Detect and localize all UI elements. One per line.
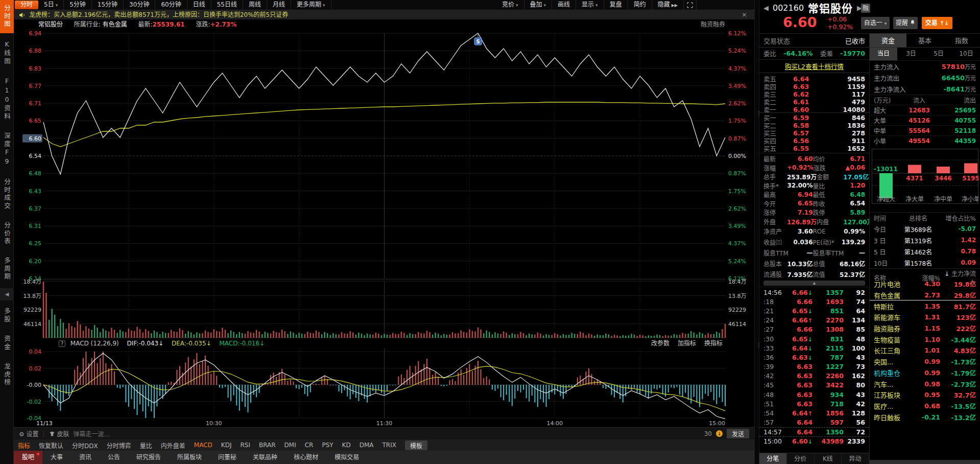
- watchlist-button[interactable]: 自选一 ▾: [861, 17, 890, 29]
- fund-tab-资金[interactable]: 资金: [870, 34, 906, 47]
- bottom-scrollbar[interactable]: [870, 460, 980, 464]
- bid-row[interactable]: 买四6.56911: [759, 136, 869, 144]
- tick-row[interactable]: :546.64↑1856128: [759, 408, 869, 417]
- sector-row[interactable]: 机构重仓0.99-1.79亿: [870, 367, 980, 379]
- fund-subtab-3日[interactable]: 3日: [897, 48, 925, 60]
- tick-row[interactable]: :306.65↓83148: [759, 334, 869, 343]
- sector-row[interactable]: 汽车...0.98-2.73亿: [870, 378, 980, 389]
- scroll-down-icon[interactable]: ↓: [716, 430, 723, 437]
- tool-button[interactable]: 隐藏▶▶: [652, 0, 684, 10]
- tick-list[interactable]: 14:566.66↓135792:186.66169374:216.65↓851…: [759, 287, 869, 453]
- sidebar-item-6[interactable]: 分价表: [0, 217, 14, 250]
- indicator-tab-KD[interactable]: KD: [342, 442, 351, 449]
- indicator-tab-模板[interactable]: 模板: [405, 440, 427, 450]
- fullscreen-icon[interactable]: [684, 0, 697, 10]
- sector-row[interactable]: 有色金属2.7329.8亿: [870, 290, 980, 301]
- bid-row[interactable]: 买一6.59846: [759, 113, 869, 121]
- tick-row[interactable]: :456.63342280: [759, 381, 869, 390]
- indicator-tab-PSY[interactable]: PSY: [322, 442, 333, 449]
- tick-row[interactable]: :366.63↓78743: [759, 353, 869, 362]
- sidebar-collapse-icon[interactable]: ◀: [0, 288, 14, 300]
- sector-row[interactable]: 融资融券1.15222亿: [870, 323, 980, 334]
- tick-row[interactable]: :486.6393443: [759, 390, 869, 399]
- indicator-tab-CR[interactable]: CR: [305, 442, 314, 449]
- period-tab[interactable]: 周线: [243, 0, 267, 10]
- banner-close-icon[interactable]: ×: [742, 10, 747, 19]
- tool-button[interactable]: 画线: [552, 0, 576, 10]
- nav-tab-股吧[interactable]: 股吧: [14, 451, 42, 464]
- fund-subtab-10日[interactable]: 10日: [952, 48, 980, 60]
- timeshare-chart[interactable]: 6.946.12%6.885.24%6.834.37%6.773.49%6.71…: [14, 30, 754, 427]
- sidebar-item-4[interactable]: 深度F9: [0, 128, 14, 171]
- tick-row[interactable]: :216.65↓85164: [759, 306, 869, 315]
- period-tab[interactable]: 更多周期▾: [291, 0, 331, 10]
- sector-row[interactable]: 新能源车1.31123亿: [870, 312, 980, 323]
- fund-tab-指数[interactable]: 指数: [943, 34, 980, 47]
- tick-row[interactable]: :276.66130885: [759, 325, 869, 334]
- tick-tab-K线[interactable]: K线: [815, 453, 842, 464]
- skin-button[interactable]: 皮肤: [49, 429, 69, 438]
- tick-row[interactable]: :396.63122773: [759, 362, 869, 372]
- tick-row[interactable]: :576.6459756: [759, 418, 869, 427]
- bid-row[interactable]: 买二6.581836: [759, 121, 869, 128]
- nav-tab-资讯[interactable]: 资讯: [71, 451, 100, 464]
- indicator-tab-分时DDX[interactable]: 分时DDX: [72, 441, 98, 450]
- tool-button[interactable]: 显示▾: [576, 0, 604, 10]
- sidebar-item-7[interactable]: 多周期: [0, 252, 14, 286]
- indicator-tab-恢复默认[interactable]: 恢复默认: [39, 441, 63, 450]
- ask-row[interactable]: 卖一6.6014080: [759, 105, 869, 112]
- collapse-handle[interactable]: ▲: [763, 281, 865, 286]
- period-tab[interactable]: 5日▾: [38, 0, 64, 10]
- change-indicator-link[interactable]: 换指标: [704, 339, 723, 348]
- indicator-tab-MACD[interactable]: MACD: [194, 442, 212, 449]
- sidebar-item-10[interactable]: 龙虎榜: [0, 358, 14, 391]
- ask-row[interactable]: 卖三6.62117: [759, 89, 869, 97]
- tick-row[interactable]: :186.66169374: [759, 297, 869, 306]
- indicator-tab-TRIX[interactable]: TRIX: [383, 442, 396, 449]
- sector-row[interactable]: 医疗...0.68-13.5亿: [870, 401, 980, 412]
- period-tab[interactable]: 55日线: [211, 0, 243, 10]
- sidebar-item-9[interactable]: 资金: [0, 331, 14, 356]
- indicator-tab-RSI[interactable]: RSI: [240, 442, 250, 449]
- fund-subtab-当日[interactable]: 当日: [870, 48, 897, 60]
- fund-tab-基本[interactable]: 基本: [906, 34, 943, 47]
- prev-stock-arrow[interactable]: ◀: [763, 4, 769, 12]
- nav-tab-大事[interactable]: 大事: [42, 451, 71, 464]
- period-tab[interactable]: 5分钟: [64, 0, 92, 10]
- period-tab[interactable]: 日线: [187, 0, 211, 10]
- sector-row[interactable]: 江苏板块0.9532.7亿: [870, 389, 980, 401]
- sector-row[interactable]: 昨日触板-0.21-13.2亿: [870, 411, 980, 423]
- help-icon[interactable]: ?: [59, 340, 65, 347]
- nav-tab-问董秘[interactable]: 问董秘: [210, 451, 245, 464]
- period-tab[interactable]: 30分钟: [124, 0, 155, 10]
- nav-tab-模拟交易[interactable]: 模拟交易: [326, 451, 367, 464]
- sector-row[interactable]: 生物疫苗1.10-3.44亿: [870, 334, 980, 345]
- tick-tab-异动[interactable]: 异动: [842, 453, 869, 464]
- sidebar-item-8[interactable]: 多股: [0, 303, 14, 328]
- tick-row[interactable]: :336.64↓2115100: [759, 343, 869, 353]
- tick-row[interactable]: 14:566.66↓135792: [759, 288, 869, 297]
- tick-tab-分笔[interactable]: 分笔: [759, 453, 787, 464]
- indicator-tab-内外盘差[interactable]: 内外盘差: [161, 441, 185, 450]
- tick-row[interactable]: 14:576.64135072: [759, 427, 869, 436]
- ask-row[interactable]: 卖二6.61479: [759, 97, 869, 105]
- period-tab[interactable]: 分时: [15, 1, 38, 9]
- sector-row[interactable]: 长江三角1.014.83亿: [870, 345, 980, 356]
- indicator-tab-DMA[interactable]: DMA: [360, 442, 374, 449]
- period-tab[interactable]: 15分钟: [92, 0, 124, 10]
- sort-desc-icon[interactable]: ↓: [944, 270, 949, 277]
- tool-button[interactable]: 复盘: [604, 0, 628, 10]
- indicator-tab-BRAR[interactable]: BRAR: [259, 442, 276, 449]
- danmaku-input[interactable]: 弹幕走一波…: [73, 429, 110, 438]
- edit-params-link[interactable]: 改参数: [651, 339, 670, 348]
- bid-row[interactable]: 买五6.551652: [759, 144, 869, 151]
- tick-row[interactable]: :246.66↑2270134: [759, 316, 869, 325]
- nav-tab-关联品种[interactable]: 关联品种: [245, 451, 285, 464]
- tool-button[interactable]: 简约: [628, 0, 652, 10]
- sell-signal-marker[interactable]: S: [474, 38, 482, 45]
- indicator-tab-DMI[interactable]: DMI: [284, 442, 296, 449]
- ask-row[interactable]: 卖五6.649458: [759, 74, 869, 82]
- buy-l2-link[interactable]: 购买L2查看十档行情: [785, 61, 844, 71]
- tick-row[interactable]: :516.6371842: [759, 399, 869, 408]
- alert-button[interactable]: 提醒: [893, 17, 918, 29]
